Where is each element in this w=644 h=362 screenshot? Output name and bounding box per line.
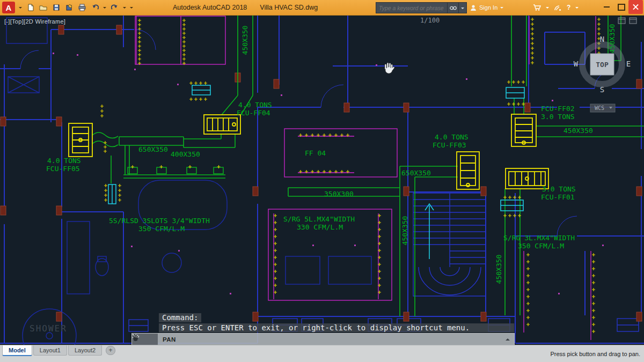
quick-access-toolbar: A [0, 2, 133, 13]
tab-layout1[interactable]: Layout1 [33, 345, 67, 356]
drawing-label: 4.0 TONS [238, 101, 272, 109]
close-button[interactable] [628, 0, 643, 14]
drawing-label: FCU-FF03 [433, 141, 466, 149]
help-icon[interactable]: ? [567, 4, 570, 11]
drawing-label: 3.0 TONS [541, 113, 575, 121]
tab-model[interactable]: Model [2, 345, 32, 356]
drawing-label: FCU-FF01 [541, 193, 575, 201]
add-layout-button[interactable]: + [106, 346, 115, 355]
drawing-label: FCU-FF02 [541, 105, 575, 113]
active-command[interactable]: PAN [158, 336, 506, 343]
fcu-ff05 [69, 123, 92, 157]
search-box [376, 2, 467, 13]
viewport-restore-icon [618, 18, 625, 24]
command-input-bar[interactable]: PAN [131, 333, 515, 345]
viewport-window-icons[interactable] [618, 18, 636, 24]
viewcube-south-label[interactable]: S [600, 85, 604, 94]
viewcube-face-label[interactable]: TOP [596, 61, 609, 69]
document-name: Villa HVAC SD.dwg [260, 4, 318, 11]
command-prompt: Command: [159, 313, 201, 322]
drawing-label: 4.0 TONS [435, 133, 469, 141]
plot-icon[interactable] [77, 3, 86, 12]
command-message: Press ESC or ENTER to exit, or right-cli… [159, 323, 514, 333]
drawing-label: 1/100 [420, 17, 440, 24]
staircase [413, 193, 486, 296]
redo-caret-icon[interactable] [123, 7, 126, 10]
drawing-label: 350X300 [324, 190, 354, 198]
fcu-ff04 [204, 115, 240, 134]
duct-dampers [128, 167, 223, 174]
drawing-canvas[interactable]: [-][Top][2D Wireframe] [0, 15, 644, 345]
undo-icon[interactable] [90, 3, 99, 12]
drawing-label: 5S/RLSD 3SLOTS 3/4"WIDTH [109, 217, 210, 225]
saveas-icon[interactable] [64, 3, 74, 12]
viewcube-ucs-label[interactable]: WCS [595, 105, 604, 111]
open-file-icon[interactable] [39, 3, 48, 12]
drawing-label: 400X350 [171, 150, 200, 158]
app-menu-caret-icon[interactable] [19, 7, 22, 10]
drawing-label: FCU-FF04 [237, 109, 270, 117]
air-diffusers [108, 85, 524, 259]
sign-in-label: Sign In [479, 4, 497, 11]
app-name: Autodesk AutoCAD 2018 [173, 4, 247, 11]
save-icon[interactable] [52, 3, 61, 12]
new-file-icon[interactable] [26, 3, 35, 12]
drawing-label: 350 CFM/L.M [138, 225, 185, 233]
drawing-label: S/RG 5L.MX4"WIDTH [283, 215, 355, 223]
fcu-ff03 [457, 152, 479, 189]
drawing-label: SHOWER [30, 323, 67, 334]
titlebar-utilities: ? [533, 0, 579, 15]
drawing-label: 650X350 [138, 145, 168, 153]
viewcube-west-label[interactable]: W [574, 60, 579, 68]
redo-icon[interactable] [110, 3, 119, 12]
diffuser-tick-marks [100, 18, 601, 333]
search-caret-icon[interactable] [458, 3, 466, 13]
bottom-bar: ModelLayout1Layout2+ Press pick button a… [0, 345, 644, 362]
search-binoculars-icon[interactable] [447, 3, 458, 13]
window-controls [599, 0, 643, 15]
drawing-label: 450X350 [608, 24, 616, 54]
undo-caret-icon[interactable] [103, 7, 106, 10]
drawing-label: FF 04 [305, 149, 326, 157]
viewcube[interactable] [582, 45, 622, 112]
viewcube-east-label[interactable]: E [626, 60, 631, 68]
sign-in-caret-icon[interactable] [500, 7, 503, 10]
help-caret-icon[interactable] [575, 7, 579, 10]
minimize-button[interactable] [599, 0, 614, 14]
drawing-label: 450X350 [401, 216, 409, 246]
fcu-ff02 [511, 114, 536, 146]
model-space[interactable]: 1/100450X3504.0 TONSFCU-FF04650X350400X3… [0, 15, 644, 345]
drawing-label: 450X350 [495, 255, 503, 284]
status-hint: Press pick button and drag to pan. [550, 351, 640, 357]
drawing-label: 3.0 TONS [542, 185, 576, 193]
connect-icon[interactable] [554, 4, 562, 11]
exchange-cart-icon[interactable] [533, 4, 541, 11]
drawing-label: 350 CFM/L.M [518, 242, 564, 250]
drawing-label: 4.0 TONS [47, 157, 81, 165]
tab-layout2[interactable]: Layout2 [68, 345, 102, 356]
viewcube-north-label[interactable]: N [600, 35, 604, 43]
drawing-label: 650X350 [401, 169, 431, 177]
drawing-label: 450X350 [241, 26, 249, 55]
drawing-label: 450X350 [564, 127, 593, 135]
ductwork [92, 15, 644, 316]
window-title: Autodesk AutoCAD 2018 Villa HVAC SD.dwg [173, 0, 318, 15]
drawing-label: 330 CFM/L.M [297, 223, 343, 231]
sign-in[interactable]: Sign In [470, 0, 503, 15]
search-input[interactable] [376, 5, 447, 11]
walls [0, 15, 644, 343]
layout-tabs: ModelLayout1Layout2+ [2, 345, 115, 356]
app-logo[interactable]: A [2, 2, 15, 13]
viewport-controls[interactable]: [-][Top][2D Wireframe] [4, 18, 65, 25]
restore-button[interactable] [614, 0, 628, 14]
drawing-label: S/RG 3L.MX4"WIDTH [503, 234, 575, 242]
qat-customize-caret-icon[interactable] [130, 7, 133, 10]
user-icon [470, 4, 477, 11]
viewport-close-icon [630, 18, 636, 24]
titlebar: A Autodesk AutoCAD 2018 Villa HVAC SD.dw… [0, 0, 644, 16]
drawing-label: FCU-FF05 [46, 165, 80, 173]
pan-cursor [385, 64, 394, 75]
command-expand-caret-icon[interactable] [506, 336, 510, 341]
pan-hand-icon [132, 334, 139, 341]
exchange-caret-icon[interactable] [546, 7, 549, 10]
